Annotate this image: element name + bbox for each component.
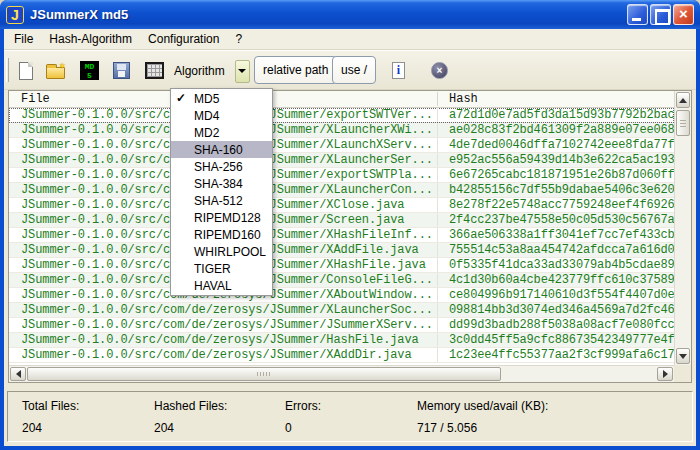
algorithm-option-label: RIPEMD160 [194,228,261,242]
status-label: Total Files: [22,399,79,413]
algorithm-option-ripemd128[interactable]: RIPEMD128 [171,209,272,226]
algorithm-option-ripemd160[interactable]: RIPEMD160 [171,226,272,243]
save-button[interactable] [108,57,135,84]
algorithm-option-md5[interactable]: ✓MD5 [171,90,272,107]
table-row[interactable]: JSummer-0.1.0.0/src/com/de/zerosys/JSumm… [9,168,674,183]
status-value: 204 [22,421,79,435]
algorithm-option-whirlpool[interactable]: WHIRLPOOL [171,243,272,260]
algorithm-option-tiger[interactable]: TIGER [171,260,272,277]
close-button[interactable]: × [673,4,694,25]
save-icon [113,62,130,79]
algorithm-option-sha-512[interactable]: SHA-512 [171,192,272,209]
status-value: 204 [154,421,227,435]
menu-bar: FileHash-AlgorithmConfiguration? [4,29,696,50]
algorithm-option-sha-256[interactable]: SHA-256 [171,158,272,175]
algorithm-combobox[interactable]: Algorithm [174,58,250,84]
table-row[interactable]: JSummer-0.1.0.0/src/com/de/zerosys/JSumm… [9,108,674,123]
algorithm-option-label: MD4 [194,109,219,123]
hash-cell: b42855156c7df55b9dabae5406c3e620 [449,183,674,197]
cancel-button[interactable]: × [426,57,453,84]
arrow-down-icon [679,354,687,359]
algorithm-option-label: SHA-160 [194,143,243,157]
algorithm-option-sha-160[interactable]: SHA-160 [171,141,272,158]
status-label: Errors: [285,399,321,413]
table-row[interactable]: JSummer-0.1.0.0/src/com/de/zerosys/JSumm… [9,243,674,258]
window-title: JSummerX md5 [30,7,625,22]
combo-arrow-button[interactable] [235,60,250,83]
algorithm-combo-label: Algorithm [174,64,225,78]
menu-item-hash-algorithm[interactable]: Hash-Algorithm [41,29,140,49]
scroll-down-button[interactable] [676,348,690,364]
algorithm-dropdown: ✓MD5MD4MD2SHA-160SHA-256SHA-384SHA-512RI… [170,88,273,296]
table-row[interactable]: JSummer-0.1.0.0/src/com/de/zerosys/JSumm… [9,123,674,138]
table-row[interactable]: JSummer-0.1.0.0/src/com/de/zerosys/JSumm… [9,303,674,318]
hash-cell: 2f4cc237be47558e50c05d530c56767a [449,213,674,227]
check-icon: ✓ [176,91,186,105]
algorithm-option-label: SHA-512 [194,194,243,208]
table-row[interactable]: JSummer-0.1.0.0/src/com/de/zerosys/JSumm… [9,288,674,303]
hash-cell: 4c1d30b60a4cbe423779ffc610c37589 [449,273,674,287]
algorithm-option-sha-384[interactable]: SHA-384 [171,175,272,192]
algorithm-option-label: RIPEMD128 [194,211,261,225]
algorithm-option-label: MD5 [194,92,219,106]
hash-cell: dd99d3badb288f5038a08acf7e080fcc [449,318,674,332]
vertical-scroll-thumb[interactable] [676,110,690,136]
horizontal-scroll-thumb[interactable] [27,367,501,381]
app-icon-letter: J [11,7,19,23]
status-item-errors: Errors:0 [285,399,321,435]
vertical-scrollbar[interactable] [674,91,691,365]
relative-path-button[interactable]: relative path [254,56,337,84]
table-row[interactable]: JSummer-0.1.0.0/src/com/de/zerosys/JSumm… [9,258,674,273]
file-cell: JSummer-0.1.0.0/src/com/de/zerosys/JSumm… [21,318,435,332]
table-row[interactable]: JSummer-0.1.0.0/src/com/de/zerosys/JSumm… [9,348,674,363]
status-label: Memory used/avail (KB): [417,399,548,413]
algorithm-option-md2[interactable]: MD2 [171,124,272,141]
hash-cell: ce804996b917140610d3f554f4407d0e [449,288,674,302]
horizontal-scrollbar[interactable] [9,365,674,382]
menu-item-help[interactable]: ? [227,29,250,49]
algorithm-option-label: HAVAL [194,279,232,293]
grid-button[interactable] [141,57,168,84]
new-button[interactable] [12,57,39,84]
toolbar-grip[interactable] [6,58,9,82]
hash-cell: 1c23ee4ffc55377aa2f3cf999afa6c17 [449,348,674,362]
column-header-hash[interactable]: Hash [449,92,478,106]
algorithm-option-label: SHA-384 [194,177,243,191]
hash-cell: 0f5335f41dca33ad33079ab4b5cdae89 [449,258,674,272]
info-button[interactable]: i [385,57,412,84]
arrow-right-icon [663,370,668,378]
maximize-button[interactable] [650,4,671,25]
open-button[interactable] [42,57,69,84]
md5-button[interactable]: MD5 [76,57,103,84]
table-row[interactable]: JSummer-0.1.0.0/src/com/de/zerosys/JSumm… [9,138,674,153]
table-row[interactable]: JSummer-0.1.0.0/src/com/de/zerosys/JSumm… [9,213,674,228]
status-item-total-files: Total Files:204 [22,399,79,435]
table-row[interactable]: JSummer-0.1.0.0/src/com/de/zerosys/JSumm… [9,228,674,243]
menu-item-configuration[interactable]: Configuration [140,29,227,49]
algorithm-option-label: SHA-256 [194,160,243,174]
algorithm-option-md4[interactable]: MD4 [171,107,272,124]
hash-cell: a72d1d0e7ad5fd3da15d93b7792b2bac [449,108,674,122]
use-slash-button[interactable]: use / [332,56,376,84]
table-row[interactable]: JSummer-0.1.0.0/src/com/de/zerosys/JSumm… [9,273,674,288]
hash-cell: 4de7ded0046dffa7102742eee8fda77f [449,138,674,152]
hash-cell: 366ae506338a1ff3041ef7cc7ef433cb [449,228,674,242]
status-label: Hashed Files: [154,399,227,413]
open-folder-icon [46,67,65,79]
menu-item-file[interactable]: File [6,29,41,49]
table-header: File Hash [9,91,674,108]
title-bar[interactable]: J JSummerX md5 × [0,0,700,29]
scroll-up-button[interactable] [676,92,690,108]
column-header-file[interactable]: File [21,92,50,106]
minimize-button[interactable] [627,4,648,25]
table-row[interactable]: JSummer-0.1.0.0/src/com/de/zerosys/JSumm… [9,183,674,198]
table-row[interactable]: JSummer-0.1.0.0/src/com/de/zerosys/JSumm… [9,318,674,333]
table-row[interactable]: JSummer-0.1.0.0/src/com/de/zerosys/JSumm… [9,333,674,348]
chevron-down-icon [238,69,246,73]
scroll-right-button[interactable] [657,367,673,381]
scroll-left-button[interactable] [10,367,26,381]
table-row[interactable]: JSummer-0.1.0.0/src/com/de/zerosys/JSumm… [9,153,674,168]
table-row[interactable]: JSummer-0.1.0.0/src/com/de/zerosys/JSumm… [9,198,674,213]
file-hash-table: File Hash JSummer-0.1.0.0/src/com/de/zer… [8,90,692,383]
algorithm-option-haval[interactable]: HAVAL [171,277,272,294]
